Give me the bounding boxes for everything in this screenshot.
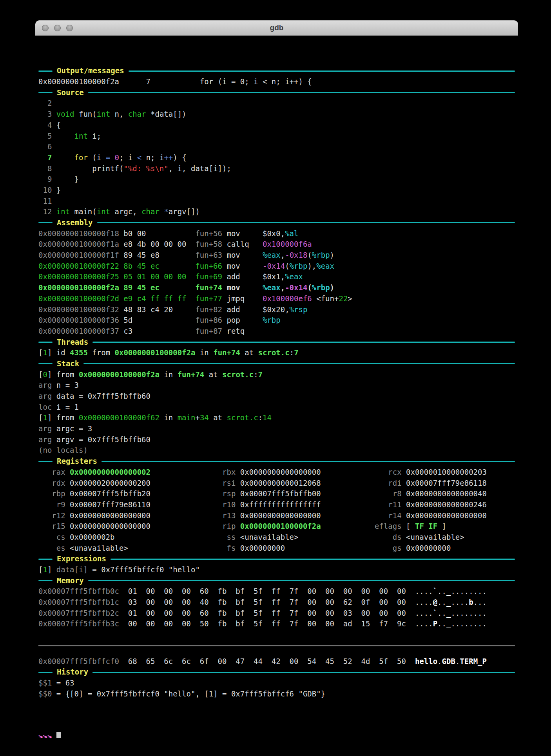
text-segment: -0x18: [285, 251, 307, 259]
text-segment: 0x0000000100000f2d e9 c4 ff ff ff fun+77: [38, 294, 222, 303]
text-segment: ....: [451, 598, 469, 606]
text-segment: 14: [263, 413, 272, 422]
text-segment: 0x00007fff5fbffb3c: [38, 619, 119, 628]
text-segment: 0x00007fff5fbffb20: [70, 489, 222, 498]
terminal-line: 0x0000000100000f22 8b 45 ec fun+66 mov -…: [38, 261, 515, 272]
text-segment: retq: [222, 327, 245, 335]
text-segment: r9: [38, 500, 70, 509]
text-segment: rsi: [222, 479, 240, 487]
terminal-line: 6: [38, 141, 515, 152]
text-segment: 0x0000000000000000: [240, 511, 375, 520]
text-segment: ,: [281, 283, 285, 292]
text-segment: i;: [88, 132, 101, 140]
text-segment: 01 00 00 00 60 fb bf 5f ff 7f 00 00 03 0…: [119, 609, 415, 617]
terminal-line: $$1 = 63: [38, 678, 515, 689]
text-segment: arg: [38, 381, 52, 389]
text-segment: argc,: [110, 207, 141, 216]
text-segment: ): [330, 283, 334, 292]
text-segment: 00 00 00 00 50 fb bf 5f ff 7f 00 00 ad 1…: [119, 619, 415, 628]
text-segment: 22: [339, 294, 348, 303]
text-segment: rdi: [375, 479, 406, 487]
section-title: Threads: [53, 337, 92, 348]
text-segment: -0x14: [263, 262, 285, 270]
terminal-line: 4 {: [38, 120, 515, 131]
terminal-line: 0x0000000100000f32 48 83 c4 20 fun+82 ad…: [38, 304, 515, 315]
text-segment: ....: [415, 598, 433, 606]
section-rule-left: [38, 580, 53, 581]
text-segment: [52, 132, 74, 140]
text-segment: ): [330, 251, 334, 259]
prompt-line[interactable]: >>>: [38, 732, 515, 738]
terminal-line: 0x00007fff5fbffb0c 01 00 00 00 60 fb bf …: [38, 586, 515, 597]
text-segment: at: [204, 370, 222, 379]
terminal-line: [38, 629, 515, 640]
text-segment: $$0: [38, 689, 52, 698]
section-rule-right: [111, 559, 515, 560]
text-segment: argv = 0x7fff5fbffb60: [52, 435, 150, 444]
text-segment: _: [446, 619, 451, 628]
text-segment: 0x0000000000012068: [240, 479, 375, 487]
text-segment: >: [348, 294, 352, 303]
terminal-line: r9 0x00007fff79e86110 r10 0xffffffffffff…: [38, 499, 515, 510]
terminal-line: 3 void fun(int n, char *data[]): [38, 109, 515, 120]
text-segment: (: [307, 283, 312, 292]
terminal-line: 5 int i;: [38, 131, 515, 142]
section-rule-left: [38, 672, 53, 673]
text-segment: rdx: [38, 479, 70, 487]
text-segment: = {[0] = 0x7fff5fbffcf0 "hello", [1] = 0…: [52, 689, 325, 698]
text-segment: r11: [375, 500, 406, 509]
terminal-line: arg data = 0x7fff5fbffb60: [38, 391, 515, 402]
text-segment: [: [38, 413, 43, 422]
text-segment: _: [446, 609, 451, 617]
text-segment: arg: [38, 424, 52, 433]
text-segment: scrot.c: [222, 370, 254, 379]
text-segment: 5d: [119, 316, 195, 324]
text-segment: (no locals): [38, 446, 88, 454]
text-segment: [321, 522, 375, 530]
terminal-line: [38, 699, 515, 710]
text-segment: , i, data[i]);: [169, 164, 231, 173]
text-segment: r8: [375, 489, 406, 498]
window-titlebar[interactable]: gdb: [35, 20, 518, 36]
text-segment: 7: [258, 370, 263, 379]
text-segment: :: [254, 370, 258, 379]
text-segment: 48 83 c4 20: [119, 305, 195, 314]
text-segment: P: [433, 619, 437, 628]
text-segment: [160, 207, 164, 216]
text-segment: from: [88, 348, 115, 357]
text-segment: {: [52, 121, 61, 129]
text-segment: char: [128, 110, 146, 118]
text-segment: arg: [38, 435, 52, 444]
text-segment: gs: [375, 544, 406, 552]
text-segment: scrot.c: [258, 348, 290, 357]
text-segment: 0x0000000100000f2a 7 for (i = 0; i < n; …: [38, 77, 312, 86]
section-header-source: Source: [38, 87, 515, 98]
text-segment: 0x0000000100000f2a: [240, 522, 321, 530]
text-segment: ..: [437, 587, 446, 595]
text-segment: fun+74: [178, 370, 205, 379]
text-segment: eflags: [375, 522, 406, 530]
text-segment: 0x0000010000000203: [406, 468, 487, 476]
terminal-line: arg argv = 0x7fff5fbffb60: [38, 434, 515, 445]
text-segment: ....: [415, 609, 433, 617]
text-segment: rbx: [222, 468, 240, 476]
section-rule-left: [38, 92, 53, 93]
text-segment: b0 00: [119, 229, 195, 238]
text-segment: 1: [43, 565, 47, 574]
text-segment: _: [446, 587, 451, 595]
text-segment: ] from: [47, 370, 79, 379]
text-segment: n = 3: [52, 381, 79, 389]
text-segment: ss: [222, 533, 240, 541]
text-segment: pop: [222, 316, 263, 324]
text-segment: 0x00000000: [406, 544, 451, 552]
text-segment: %eax: [316, 262, 334, 270]
section-rule-right: [97, 222, 515, 223]
text-segment: *: [164, 207, 168, 216]
text-segment: 0x0000000100000f25 05 01 00 00 00 fun+69: [38, 272, 222, 281]
text-segment: 12: [38, 207, 52, 216]
text-segment: ..: [437, 619, 446, 628]
terminal-line: cs 0x0000002b ss <unavailable> ds <unava…: [38, 532, 515, 543]
text-segment: [: [406, 522, 415, 530]
text-segment: `: [433, 609, 437, 617]
text-segment: argc = 3: [52, 424, 92, 433]
